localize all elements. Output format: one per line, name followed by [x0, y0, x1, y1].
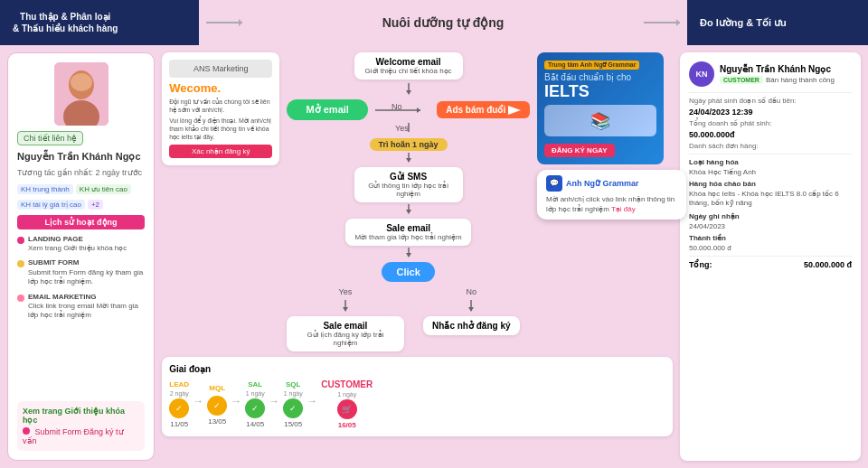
notif-name: Anh Ngữ Grammar [566, 178, 639, 190]
crm-total-final-label: Tổng: [689, 260, 712, 269]
arrow-mql-sal: → [231, 395, 241, 407]
crm-amount-value: 50.000.000 đ [689, 244, 852, 252]
email-card-desc: Giới thiệu chi tiết khóa học [365, 67, 452, 75]
mo-email-row: Mở email No Ads bám đuổi [287, 99, 530, 120]
mo-email-node: Mở email [287, 99, 368, 120]
activity-dot-1 [17, 237, 24, 244]
tag-plus: +2 [88, 200, 103, 210]
yes-branch: Yes Sale email Gửi lịch đăng ký lớp trải… [287, 287, 403, 351]
welcome-text: Wecome. [169, 81, 272, 95]
link-2[interactable]: Submit Form Đăng ký tư vấn [23, 427, 124, 445]
crm-divider-2 [689, 154, 852, 154]
crm-avatar: KN [689, 61, 714, 87]
bottom-links: Xem trang Giới thiệu khóa học Submit For… [17, 401, 145, 451]
banner-left: Thu thập & Phân loại & Thấu hiểu khách h… [0, 0, 199, 45]
contact-badge-label: Chi tiết liên hệ [24, 134, 77, 143]
sms-row: Gửi SMS Gửi thông tin lớp học trải nghiệ… [287, 167, 530, 202]
ielts-image: 📚 [544, 105, 656, 136]
sms-card: Gửi SMS Gửi thông tin lớp học trải nghiệ… [354, 167, 463, 202]
connector-left-icon [206, 14, 242, 32]
sale-email-desc: Mời tham gia lớp học trải nghiệm [354, 233, 461, 241]
email-body2: Vui lòng để ý điện thoại. Mời anh/chị th… [169, 117, 272, 141]
activity-title: Lịch sử hoạt động [17, 215, 145, 229]
dot-indicator [23, 427, 30, 435]
crm-header: KN Nguyễn Trần Khánh Ngọc CUSTOMER Bán h… [689, 61, 852, 87]
svg-marker-23 [343, 307, 348, 312]
arrow-1 [287, 83, 530, 98]
link-1[interactable]: Xem trang Giới thiệu khóa học [23, 407, 125, 425]
crm-product-type-value: Khóa Học Tiếng Anh [689, 168, 852, 176]
crm-total-value: 50.000.000đ [689, 130, 852, 139]
svg-marker-13 [508, 106, 521, 115]
crm-divider-3 [689, 256, 852, 257]
main-container: Thu thập & Phân loại & Thấu hiểu khách h… [0, 0, 868, 468]
banner-middle: Nuôi dưỡng tự động [250, 0, 637, 45]
no-arrow-icon: No [375, 103, 429, 117]
sale-email-row: Sale email Mời tham gia lớp học trải ngh… [287, 219, 530, 246]
arrow-lead-mql: → [193, 395, 203, 407]
notif-icon: 💬 [546, 175, 562, 192]
crm-total-row: Tổng doanh số phát sinh: [689, 119, 852, 127]
stage-circle-sal: ✓ [245, 398, 265, 418]
tag-2: KH ưu tiên cao [76, 184, 131, 194]
svg-text:Yes: Yes [395, 124, 409, 133]
svg-marker-19 [406, 210, 411, 214]
crm-date2-label: Ngày ghi nhận [689, 212, 852, 220]
ielts-register-btn[interactable]: ĐĂNG KÝ NGAY [544, 144, 615, 157]
tags-row: KH trung thành KH ưu tiên cao [17, 184, 145, 194]
ielts-card: Trung tâm Anh Ngữ Grammar Bắt đầu chuẩn … [537, 52, 664, 164]
stage-customer: CUSTOMER 1 ngày 🛒 16/05 [321, 379, 373, 429]
crm-name: Nguyễn Trần Khánh Ngọc [720, 64, 835, 74]
activity-dot-2 [17, 260, 24, 267]
email-confirm-btn[interactable]: Xác nhận đăng ký [169, 145, 272, 158]
svg-marker-11 [417, 108, 420, 113]
svg-marker-25 [468, 307, 474, 312]
stage-circle-mql: ✓ [207, 396, 227, 416]
sms-title: Gửi SMS [363, 172, 454, 182]
tags-row-2: KH tái lý giá trị cao +2 [17, 200, 145, 210]
sale-email-bottom: Sale email Gửi lịch đăng ký lớp trải ngh… [287, 316, 403, 351]
activity-item-3: EMAIL MARKETING Click link trong email M… [17, 293, 145, 321]
right-top-section: Trung tâm Anh Ngữ Grammar Bắt đầu chuẩn … [537, 52, 673, 220]
contact-badge: Chi tiết liên hệ [17, 131, 83, 145]
svg-marker-9 [406, 90, 411, 95]
sale-email-title: Sale email [354, 223, 461, 233]
crm-role: Bán hàng thành công [766, 76, 835, 84]
banner-right-label: Đo lường & Tối ưu [700, 17, 787, 29]
funnel-section: Giai đoạn LEAD 2 ngày ✓ 11/05 → MQL ✓ [162, 357, 673, 436]
arrow-sql-customer: → [307, 395, 317, 407]
crm-total-final-row: Tổng: 50.000.000 đ [689, 260, 852, 269]
svg-point-7 [71, 73, 92, 91]
remind-card: Nhắc nhở đăng ký [423, 316, 519, 335]
stage-circle-lead: ✓ [169, 398, 189, 418]
activity-dot-3 [17, 295, 24, 302]
click-node-wrapper: Click [287, 262, 530, 282]
welcome-email-card: Welcome email Giới thiệu chi tiết khóa h… [287, 52, 530, 80]
top-cards-row: ANS Marketing Wecome. Đội ngũ tư vấn của… [162, 52, 673, 351]
notif-header: 💬 Anh Ngữ Grammar [546, 175, 677, 192]
ads-icon [508, 106, 521, 115]
crm-panel: KN Nguyễn Trần Khánh Ngọc CUSTOMER Bán h… [680, 52, 861, 461]
sms-desc: Gửi thông tin lớp học trải nghiệm [363, 182, 454, 198]
crm-product-name-label: Hàng hóa chào bán [689, 180, 852, 188]
avatar [54, 62, 108, 126]
arrow-sal-sql: → [269, 395, 279, 407]
email-preview-card: ANS Marketing Wecome. Đội ngũ tư vấn của… [162, 52, 279, 165]
yes-arrow-icon: Yes [395, 123, 422, 136]
chat-bubble: 💬 Anh Ngữ Grammar Mời anh/chị click vào … [537, 170, 686, 220]
email-card-title: Welcome email [365, 57, 452, 67]
svg-marker-3 [676, 19, 680, 26]
crm-date2-value: 24/04/2023 [689, 222, 852, 230]
delay-badge: Trì hoãn 1 ngày [370, 138, 448, 151]
svg-text:No: No [392, 103, 402, 111]
click-node[interactable]: Click [382, 262, 434, 282]
stage-circle-customer: 🛒 [337, 399, 357, 419]
chat-link[interactable]: Tại đây [611, 205, 636, 213]
funnel-stages: LEAD 2 ngày ✓ 11/05 → MQL ✓ 13/05 → [169, 379, 665, 429]
email-header: ANS Marketing [169, 60, 272, 78]
left-panel: Chi tiết liên hệ Nguyễn Trần Khánh Ngọc … [7, 52, 155, 461]
content-area: Chi tiết liên hệ Nguyễn Trần Khánh Ngọc … [0, 45, 868, 468]
crm-product-type-label: Loại hàng hóa [689, 158, 852, 166]
stage-circle-sql: ✓ [283, 398, 303, 418]
crm-date-row: Ngày phát sinh đoạn số đầu tiên: [689, 97, 852, 105]
